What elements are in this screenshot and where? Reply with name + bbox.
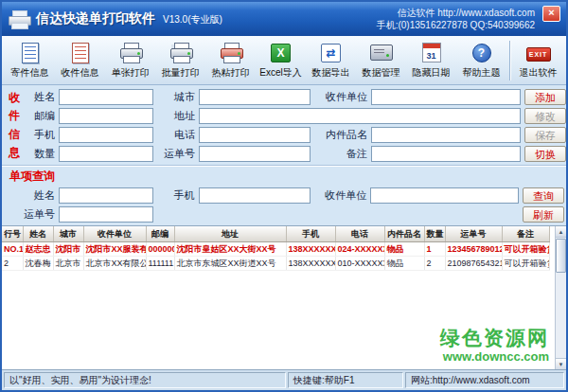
table-header-row: 行号 姓名 城市 收件单位 邮编 地址 手机 电话 内件品名 数量 运单号 备注 xyxy=(2,226,549,242)
toolbar-item-data-manage[interactable]: 数据管理 xyxy=(356,38,406,83)
window-title: 信达快递单打印软件 xyxy=(36,10,155,27)
query-tracking-label: 运单号 xyxy=(23,207,55,222)
form-row: 手机 电话 内件品名 保存 xyxy=(23,127,566,143)
cell-name: 赵志忠 xyxy=(23,242,53,257)
toolbar-item-hide-date[interactable]: 31 隐藏日期 xyxy=(406,38,456,83)
recipient-mobile-input[interactable] xyxy=(59,127,153,143)
recipient-postcode-input[interactable] xyxy=(59,108,153,124)
header-cell[interactable]: 备注 xyxy=(502,226,549,242)
cell-name: 沈春梅 xyxy=(23,257,53,271)
city-label: 城市 xyxy=(157,90,195,104)
header-cell[interactable]: 收件单位 xyxy=(83,226,146,242)
toolbar-item-exit[interactable]: EXIT 退出软件 xyxy=(513,38,563,83)
header-cell[interactable]: 地址 xyxy=(174,226,286,242)
cell-rownum: 2 xyxy=(2,257,23,271)
toolbar-label: 寄件信息 xyxy=(11,66,49,80)
statusbar: 以"好用、实用、易用"为设计理念! 快捷键:帮助F1 网站:http://www… xyxy=(2,369,566,390)
recipient-form-side-label: 收 件 信 息 xyxy=(6,89,23,162)
scrollbar-thumb[interactable] xyxy=(556,239,566,273)
recipient-quantity-input[interactable] xyxy=(59,146,153,162)
toolbar-item-single-print[interactable]: 单张打印 xyxy=(105,38,155,83)
cell-phone: 010-XXXXXXXX xyxy=(335,257,384,271)
vendor-info: 信达软件 http://www.xdasoft.com 手机:(0)135162… xyxy=(377,7,535,31)
app-window: 信达快递单打印软件 V13.0(专业版) 信达软件 http://www.xda… xyxy=(0,0,568,392)
phone-label: 电话 xyxy=(157,128,195,142)
cell-mobile: 138XXXXXXXX xyxy=(286,242,335,257)
toolbar-label: 退出软件 xyxy=(520,66,558,80)
toolbar-item-excel-import[interactable]: X Excel导入 xyxy=(256,38,306,83)
query-mobile-label: 手机 xyxy=(157,188,195,203)
cell-item: 物品 xyxy=(384,242,424,257)
header-cell[interactable]: 数量 xyxy=(424,226,445,242)
recipient-address-input[interactable] xyxy=(199,108,521,124)
recipient-info-icon xyxy=(72,42,89,64)
scrollbar-down-icon[interactable]: ▼ xyxy=(556,358,566,369)
header-cell[interactable]: 城市 xyxy=(53,226,83,242)
toolbar-item-help[interactable]: ? 帮助主题 xyxy=(456,38,506,83)
toolbar-item-data-export[interactable]: ⇄ 数据导出 xyxy=(306,38,356,83)
header-cell[interactable]: 邮编 xyxy=(146,226,174,242)
table-row[interactable]: 2 沈春梅 北京市 北京市XX有限公司 111111 北京市东城区XX街道XX号… xyxy=(2,257,549,271)
recipient-name-input[interactable] xyxy=(59,89,153,105)
header-cell[interactable]: 姓名 xyxy=(23,226,53,242)
toolbar-item-sender-info[interactable]: 寄件信息 xyxy=(5,38,55,83)
batch-print-icon xyxy=(169,42,192,64)
toolbar-label: 帮助主题 xyxy=(463,66,501,80)
form-row: 邮编 地址 修改 xyxy=(23,108,566,124)
header-cell[interactable]: 手机 xyxy=(286,226,335,242)
watermark: 绿色资源网 www.downcc.com xyxy=(440,327,549,364)
form-row: 姓名 城市 收件单位 添加 xyxy=(23,89,566,105)
toolbar-label: Excel导入 xyxy=(259,66,301,80)
switch-button[interactable]: 切换 xyxy=(524,146,566,162)
query-row: 运单号 刷新 xyxy=(6,206,564,223)
toolbar-item-recipient-info[interactable]: 收件信息 xyxy=(55,38,105,83)
data-export-icon: ⇄ xyxy=(321,42,341,64)
recipient-phone-input[interactable] xyxy=(199,127,311,143)
header-cell[interactable]: 行号 xyxy=(2,226,23,242)
query-company-label: 收件单位 xyxy=(314,188,367,203)
recipient-remark-input[interactable] xyxy=(371,146,521,162)
watermark-title: 绿色资源网 xyxy=(440,327,549,349)
toolbar-label: 批量打印 xyxy=(162,66,200,80)
toolbar-label: 单张打印 xyxy=(112,66,150,80)
add-button[interactable]: 添加 xyxy=(524,89,566,105)
remark-label: 备注 xyxy=(314,147,367,161)
company-label: 收件单位 xyxy=(314,90,367,104)
query-tracking-input[interactable] xyxy=(59,206,153,223)
side-label-char: 息 xyxy=(9,145,20,161)
toolbar-item-thermal-print[interactable]: 热粘打印 xyxy=(205,38,256,83)
header-cell[interactable]: 电话 xyxy=(335,226,384,242)
refresh-button[interactable]: 刷新 xyxy=(523,206,564,223)
header-cell[interactable]: 内件品名 xyxy=(384,226,424,242)
header-cell[interactable]: 运单号 xyxy=(445,226,502,242)
records-area: 行号 姓名 城市 收件单位 邮编 地址 手机 电话 内件品名 数量 运单号 备注… xyxy=(2,225,566,369)
query-mobile-input[interactable] xyxy=(199,187,311,204)
cell-remark: 可以开箱验货 xyxy=(502,257,549,271)
scrollbar-up-icon[interactable]: ▲ xyxy=(556,226,566,238)
recipient-city-input[interactable] xyxy=(199,89,311,105)
recipient-company-input[interactable] xyxy=(371,89,521,105)
close-button[interactable]: × xyxy=(542,6,560,22)
recipient-item-input[interactable] xyxy=(371,127,521,143)
cell-address: 沈阳市皇姑区XX大街XX号 xyxy=(174,242,286,257)
toolbar-item-batch-print[interactable]: 批量打印 xyxy=(155,38,205,83)
table-row[interactable]: NO.1 赵志忠 沈阳市 沈阳市XX服装有限公司 000000 沈阳市皇姑区XX… xyxy=(2,242,549,257)
recipient-form: 收 件 信 息 姓名 城市 收件单位 添加 邮编 地址 修改 xyxy=(2,85,566,165)
toolbar-label: 收件信息 xyxy=(62,66,99,80)
cell-remark: 可以开箱验货 xyxy=(502,242,549,257)
title-text: 信达快递单打印软件 V13.0(专业版) xyxy=(36,10,222,27)
search-button[interactable]: 查询 xyxy=(523,187,564,204)
save-button[interactable]: 保存 xyxy=(524,127,566,143)
recipient-form-grid: 姓名 城市 收件单位 添加 邮编 地址 修改 手机 电话 内件品名 xyxy=(23,89,566,165)
single-print-icon xyxy=(119,42,142,64)
recipient-tracking-input[interactable] xyxy=(199,146,311,162)
cell-city: 沈阳市 xyxy=(53,242,83,257)
modify-button[interactable]: 修改 xyxy=(524,108,566,124)
query-company-input[interactable] xyxy=(370,187,519,204)
query-name-input[interactable] xyxy=(59,187,153,204)
table-scrollbar[interactable]: ▲ ▼ xyxy=(555,226,566,369)
side-label-char: 信 xyxy=(9,127,20,143)
cell-city: 北京市 xyxy=(53,257,83,271)
side-label-char: 件 xyxy=(9,108,20,124)
toolbar-label: 隐藏日期 xyxy=(413,66,451,80)
